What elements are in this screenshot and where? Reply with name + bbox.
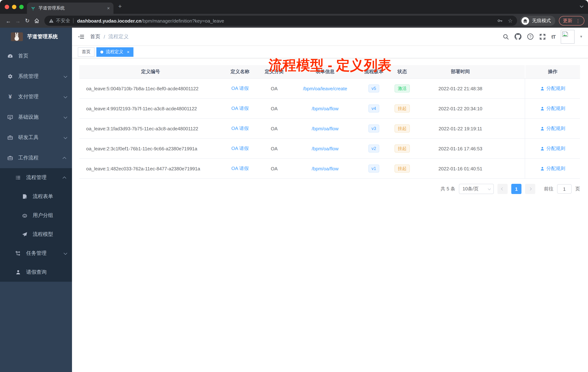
zoom-window-button[interactable] [19, 5, 24, 9]
chevron-down-icon [488, 187, 491, 190]
user-icon [540, 146, 545, 151]
assign-rule-link[interactable]: 分配规则 [540, 145, 565, 152]
definition-id: oa_leave:1:482ec033-762a-11ec-8477-a2380… [79, 159, 222, 178]
goto-label: 前往 [544, 186, 554, 192]
close-window-button[interactable] [5, 5, 9, 9]
avatar-caret-down-icon[interactable]: ▾ [580, 34, 582, 39]
tags-bar: 首页 流程定义 × [72, 46, 588, 58]
gear-icon [7, 74, 13, 79]
workflow-submenu: 流程管理 流程表单 用户分组 [0, 168, 72, 282]
tag-home[interactable]: 首页 [78, 47, 94, 57]
browser-menu-dots-icon[interactable]: ⋮ [576, 18, 580, 23]
form-link[interactable]: /bpm/oa/flow [312, 126, 338, 131]
help-icon[interactable]: ? [527, 33, 534, 40]
tab-search-chevron-icon[interactable] [580, 5, 584, 8]
sidebar-item-workflow[interactable]: 工作流程 [0, 148, 72, 168]
assign-rule-link[interactable]: 分配规则 [540, 165, 565, 172]
url-path: /bpm/manager/definition?key=oa_leave [141, 18, 224, 23]
sidebar-item-user-group[interactable]: 用户分组 [0, 206, 72, 225]
version-badge: v4 [368, 104, 379, 112]
column-header-name: 定义名称 [222, 65, 258, 78]
assign-rule-link[interactable]: 分配规则 [540, 85, 565, 92]
definition-name-link[interactable]: OA 请假 [231, 165, 249, 172]
chevron-right-icon [529, 187, 532, 191]
sidebar-item-leave-query[interactable]: 请假查询 [0, 263, 72, 282]
sidebar-item-process-model[interactable]: 流程模型 [0, 225, 72, 244]
definition-name-link[interactable]: OA 请假 [231, 85, 249, 92]
tag-process-definition[interactable]: 流程定义 × [96, 47, 134, 57]
form-link[interactable]: /bpm/oa/flow [312, 146, 338, 151]
app-logo[interactable]: 芋道管理系统 [0, 28, 72, 46]
browser-tab[interactable]: 芋道管理系统 × [27, 2, 114, 14]
definition-name-link[interactable]: OA 请假 [231, 125, 249, 132]
column-header-deploy-time: 部署时间 [417, 65, 504, 78]
assign-rule-link[interactable]: 分配规则 [540, 125, 565, 132]
definition-id: oa_leave:5:004b710b-7b8a-11ec-8ef0-acde4… [79, 79, 222, 98]
sidebar-menu: 首页 系统管理 ¥ 支付管理 [0, 46, 72, 282]
screen: 芋道管理系统 × + ← → ↻ 不安全 dashboard.yudao.ioc… [0, 0, 588, 372]
page-size-select[interactable]: 10条/页 [459, 184, 494, 194]
url-host: dashboard.yudao.iocoder.cn [77, 18, 141, 23]
goto-page-input[interactable] [557, 184, 572, 194]
sidebar-item-task-management[interactable]: 任务管理 [0, 244, 72, 263]
current-page-button[interactable]: 1 [511, 184, 521, 194]
toolbox-icon [7, 135, 13, 141]
sidebar-item-payment[interactable]: ¥ 支付管理 [0, 87, 72, 107]
org-tree-icon [15, 251, 21, 256]
user-avatar-broken-image[interactable] [561, 30, 575, 44]
back-button[interactable]: ← [4, 18, 13, 24]
font-size-icon[interactable]: tT [551, 34, 556, 40]
document-edit-icon [22, 194, 28, 199]
definition-name-link[interactable]: OA 请假 [231, 105, 249, 112]
next-page-button[interactable] [525, 184, 535, 194]
forward-button[interactable]: → [13, 18, 22, 24]
form-link[interactable]: /bpm/oa/flow [312, 106, 338, 111]
status-badge: 挂起 [395, 164, 410, 173]
url-bar[interactable]: 不安全 dashboard.yudao.iocoder.cn /bpm/mana… [44, 16, 517, 26]
page-unit-label: 页 [575, 186, 580, 192]
home-button[interactable] [32, 18, 42, 24]
page-content: 定义编号 定义名称 定义分类 表单信息 流程版本 状态 部署时间 操作 oa_l… [72, 58, 588, 201]
github-icon[interactable] [515, 33, 522, 40]
tab-close-icon[interactable]: × [107, 5, 110, 11]
table-row: oa_leave:4:991f2193-7b7f-11ec-a3c8-acde4… [79, 99, 580, 119]
prev-page-button[interactable] [497, 184, 508, 194]
table-row: oa_leave:5:004b710b-7b8a-11ec-8ef0-acde4… [79, 79, 580, 99]
search-icon[interactable] [503, 33, 509, 40]
new-tab-button[interactable]: + [118, 3, 122, 10]
tag-close-icon[interactable]: × [127, 49, 129, 55]
definition-category: OA [258, 139, 290, 158]
navbar: 首页 / 流程定义 ? t [72, 28, 588, 46]
definition-name-link[interactable]: OA 请假 [231, 145, 249, 152]
table-header-row: 定义编号 定义名称 定义分类 表单信息 流程版本 状态 部署时间 操作 [79, 65, 580, 79]
assign-rule-link[interactable]: 分配规则 [540, 105, 565, 112]
breadcrumb-separator: / [104, 34, 105, 40]
incognito-badge: 无痕模式 [520, 16, 555, 26]
deploy-time: 2022-01-16 17:46:53 [417, 139, 504, 158]
user-icon [540, 106, 545, 111]
browser-update-button[interactable]: 更新 ⋮ [559, 16, 584, 25]
column-spacer [504, 65, 525, 78]
form-link[interactable]: /bpm/oa/flow [312, 166, 338, 171]
sidebar-item-process-management[interactable]: 流程管理 [0, 168, 72, 187]
breadcrumb-home-link[interactable]: 首页 [90, 33, 100, 40]
minimize-window-button[interactable] [12, 5, 16, 9]
pagination-total: 共 5 条 [441, 186, 455, 192]
sidebar-item-home[interactable]: 首页 [0, 46, 72, 66]
reload-button[interactable]: ↻ [22, 17, 32, 24]
sidebar-item-process-form[interactable]: 流程表单 [0, 187, 72, 206]
security-warning-icon[interactable] [49, 18, 54, 23]
url-divider [73, 18, 74, 23]
column-header-category: 定义分类 [258, 65, 290, 78]
fullscreen-icon[interactable] [539, 33, 546, 40]
sidebar-item-system[interactable]: 系统管理 [0, 66, 72, 87]
main-area: 首页 / 流程定义 ? t [72, 28, 588, 372]
table-row: oa_leave:2:3c1f0ef1-76b1-11ec-9c66-a2380… [79, 139, 580, 159]
bookmark-star-icon[interactable]: ☆ [508, 17, 513, 24]
column-header-id: 定义编号 [79, 65, 222, 78]
sidebar-item-dev-tools[interactable]: 研发工具 [0, 127, 72, 148]
password-key-icon[interactable] [497, 18, 503, 24]
form-link[interactable]: /bpm/oa/leave/create [303, 86, 347, 91]
sidebar-collapse-icon[interactable] [78, 34, 84, 40]
sidebar-item-infrastructure[interactable]: 基础设施 [0, 107, 72, 127]
